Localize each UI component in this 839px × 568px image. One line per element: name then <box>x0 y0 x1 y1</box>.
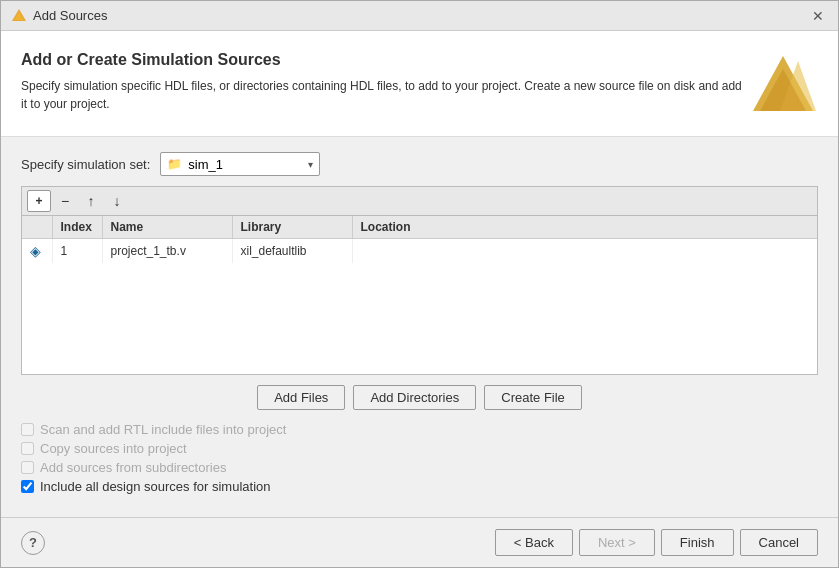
remove-source-button[interactable]: − <box>53 190 77 212</box>
options-section: Scan and add RTL include files into proj… <box>21 422 818 494</box>
row-location <box>352 239 817 264</box>
action-buttons: Add Files Add Directories Create File <box>21 385 818 410</box>
add-subdirs-label: Add sources from subdirectories <box>40 460 226 475</box>
cancel-button[interactable]: Cancel <box>740 529 818 556</box>
col-location: Location <box>352 216 817 239</box>
header-description: Specify simulation specific HDL files, o… <box>21 77 748 113</box>
header-section: Add or Create Simulation Sources Specify… <box>1 31 838 137</box>
help-button[interactable]: ? <box>21 531 45 555</box>
row-library: xil_defaultlib <box>232 239 352 264</box>
verilog-icon: ◈ <box>30 243 41 259</box>
back-button[interactable]: < Back <box>495 529 573 556</box>
copy-sources-checkbox[interactable] <box>21 442 34 455</box>
include-design-label: Include all design sources for simulatio… <box>40 479 271 494</box>
row-index: 1 <box>52 239 102 264</box>
footer-left: ? <box>21 531 45 555</box>
col-name: Name <box>102 216 232 239</box>
footer-right: < Back Next > Finish Cancel <box>495 529 818 556</box>
add-source-button[interactable]: + <box>27 190 51 212</box>
move-up-button[interactable]: ↑ <box>79 190 103 212</box>
table-header-row: Index Name Library Location <box>22 216 817 239</box>
down-arrow-icon: ↓ <box>114 193 121 209</box>
row-icon-cell: ◈ <box>22 239 52 264</box>
header-title: Add or Create Simulation Sources <box>21 51 748 69</box>
close-button[interactable]: ✕ <box>808 8 828 24</box>
minus-icon: − <box>61 193 69 209</box>
add-directories-button[interactable]: Add Directories <box>353 385 476 410</box>
table-row[interactable]: ◈ 1 project_1_tb.v xil_defaultlib <box>22 239 817 264</box>
scan-rtl-checkbox[interactable] <box>21 423 34 436</box>
title-bar: Add Sources ✕ <box>1 1 838 31</box>
copy-sources-label: Copy sources into project <box>40 441 187 456</box>
finish-button[interactable]: Finish <box>661 529 734 556</box>
option-scan-rtl: Scan and add RTL include files into proj… <box>21 422 818 437</box>
col-index: Index <box>52 216 102 239</box>
header-text: Add or Create Simulation Sources Specify… <box>21 51 748 113</box>
table-toolbar: + − ↑ ↓ <box>21 186 818 215</box>
option-include-design: Include all design sources for simulatio… <box>21 479 818 494</box>
move-down-button[interactable]: ↓ <box>105 190 129 212</box>
window-title: Add Sources <box>33 8 107 23</box>
table-body: ◈ 1 project_1_tb.v xil_defaultlib <box>22 239 817 264</box>
app-icon <box>11 8 27 24</box>
sim-set-row: Specify simulation set: 📁 sim_1 ▾ <box>21 152 818 176</box>
sources-table: Index Name Library Location ◈ 1 project_… <box>22 216 817 263</box>
sim-set-value: sim_1 <box>188 157 302 172</box>
dropdown-arrow-icon: ▾ <box>308 159 313 170</box>
option-add-subdirs: Add sources from subdirectories <box>21 460 818 475</box>
create-file-button[interactable]: Create File <box>484 385 582 410</box>
title-bar-left: Add Sources <box>11 8 107 24</box>
main-window: Add Sources ✕ Add or Create Simulation S… <box>0 0 839 568</box>
sim-set-dropdown[interactable]: 📁 sim_1 ▾ <box>160 152 320 176</box>
row-name: project_1_tb.v <box>102 239 232 264</box>
sim-set-label: Specify simulation set: <box>21 157 150 172</box>
col-library: Library <box>232 216 352 239</box>
scan-rtl-label: Scan and add RTL include files into proj… <box>40 422 286 437</box>
main-section: Specify simulation set: 📁 sim_1 ▾ + − ↑ <box>1 137 838 517</box>
footer: ? < Back Next > Finish Cancel <box>1 517 838 567</box>
add-files-button[interactable]: Add Files <box>257 385 345 410</box>
folder-icon: 📁 <box>167 157 182 171</box>
vivado-logo <box>748 51 818 121</box>
option-copy-sources: Copy sources into project <box>21 441 818 456</box>
content-area: Add or Create Simulation Sources Specify… <box>1 31 838 517</box>
add-subdirs-checkbox[interactable] <box>21 461 34 474</box>
col-icon <box>22 216 52 239</box>
next-button[interactable]: Next > <box>579 529 655 556</box>
sources-table-container: Index Name Library Location ◈ 1 project_… <box>21 215 818 375</box>
add-icon: + <box>35 194 42 208</box>
include-design-checkbox[interactable] <box>21 480 34 493</box>
up-arrow-icon: ↑ <box>88 193 95 209</box>
